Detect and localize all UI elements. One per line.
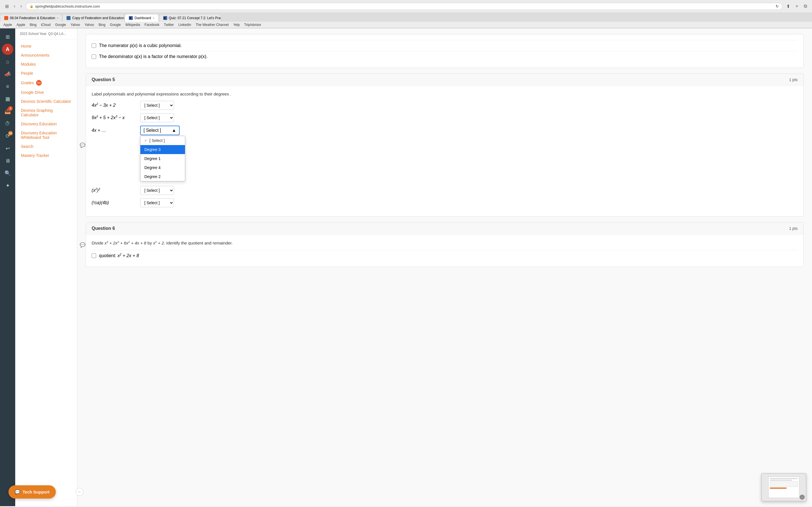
sidebar-item-home[interactable]: Home xyxy=(15,42,77,51)
bookmark-twitter[interactable]: Twitter xyxy=(164,23,174,27)
poly-select-5[interactable]: [ Select ] Degree 1 Degree 2 Degree 3 De… xyxy=(140,198,174,207)
poly-expr-5: (½a)(4b) xyxy=(92,200,137,205)
dropdown-label-degree2: Degree 2 xyxy=(144,174,161,179)
q4-checkbox-b-input[interactable] xyxy=(92,54,96,59)
history-icon-btn[interactable]: ⏱ xyxy=(2,118,13,129)
tab-close-3[interactable]: × xyxy=(153,17,154,20)
bookmark-yelp[interactable]: Yelp xyxy=(233,23,240,27)
bookmark-apple2[interactable]: Apple xyxy=(17,23,26,27)
reload-btn[interactable]: ↻ xyxy=(776,4,779,8)
comment-icon-q6[interactable]: 💬 xyxy=(80,242,86,247)
sidebar-item-discovery-whiteboard[interactable]: Discovery Education Whiteboard Tool xyxy=(15,128,77,142)
bookmark-bing1[interactable]: Bing xyxy=(30,23,36,27)
question6-title: Question 6 xyxy=(92,226,115,231)
bookmark-google2[interactable]: Google xyxy=(110,23,121,27)
bookmark-tripadvisor[interactable]: TripAdvisor xyxy=(244,23,261,27)
tab-federalism[interactable]: 08.04 Federalism & Education × xyxy=(0,14,62,22)
address-bar[interactable]: 🔒 springfieldpublicschools.instructure.c… xyxy=(26,3,782,10)
poly-select-2[interactable]: [ Select ] Degree 1 Degree 2 Degree 3 De… xyxy=(140,113,174,122)
monitor-icon-btn[interactable]: 🖥 xyxy=(2,155,13,166)
dropdown-item-degree1[interactable]: Degree 1 xyxy=(140,154,185,163)
sidebar: 2023 School Year: Q3-Q4 LA... Home Annou… xyxy=(15,29,77,506)
collapse-sidebar-btn[interactable]: ← xyxy=(75,488,84,496)
new-tab-btn[interactable]: + xyxy=(794,3,800,9)
windows-btn[interactable]: ⧉ xyxy=(802,3,809,9)
tab-label-3: Dashboard xyxy=(135,16,151,20)
tab-venn[interactable]: Copy of Federalism and Education Venn Di… xyxy=(62,14,124,22)
sidebar-item-desmos-sci[interactable]: Desmos Scientific Calculator xyxy=(15,97,77,106)
comment-icon-q5[interactable]: 💬 xyxy=(80,143,86,148)
home-icon-btn[interactable]: ⌂ xyxy=(2,56,13,67)
dropdown-item-degree3[interactable]: Degree 3 xyxy=(140,145,185,154)
calendar-icon-btn[interactable]: ▦ xyxy=(2,93,13,105)
browser-actions[interactable]: ⬆ + ⧉ xyxy=(784,3,809,10)
sidebar-item-google-drive[interactable]: Google Drive xyxy=(15,88,77,97)
question6-body: Divide x4 + 2x3 + 6x2 + 4x + 8 by x2 + 2… xyxy=(86,235,803,267)
poly-expr-2: 9x2 + 5 + 2x3 − x xyxy=(92,115,137,120)
sidebar-item-people[interactable]: People xyxy=(15,69,77,78)
bookmark-facebook[interactable]: Facebook xyxy=(145,23,160,27)
poly-select-4[interactable]: [ Select ] Degree 1 Degree 2 Degree 3 De… xyxy=(140,186,174,195)
sidebar-item-announcements[interactable]: Announcements xyxy=(15,51,77,60)
bookmark-linkedin[interactable]: LinkedIn xyxy=(179,23,191,27)
tab-close-1[interactable]: × xyxy=(57,17,59,20)
announce-icon-btn[interactable]: 📣 xyxy=(2,68,13,80)
dropdown-item-degree4[interactable]: Degree 4 xyxy=(140,163,185,172)
q6-checkbox-a-input[interactable] xyxy=(92,253,96,258)
sidebar-item-search[interactable]: Search xyxy=(15,142,77,151)
inbox-badge: 1 xyxy=(8,106,13,111)
sidebar-item-grades[interactable]: Grades 54 xyxy=(15,78,77,88)
bookmark-yahoo1[interactable]: Yahoo xyxy=(70,23,80,27)
forward-btn[interactable]: › xyxy=(18,3,23,9)
browser-controls[interactable]: ⊞ ‹ › xyxy=(3,3,24,10)
bookmark-apple1[interactable]: Apple xyxy=(3,23,12,27)
search-icon-btn[interactable]: 🔍 xyxy=(2,168,13,179)
bookmark-google1[interactable]: Google xyxy=(55,23,66,27)
star-icon-btn[interactable]: ✦ xyxy=(2,180,13,191)
thumbnail-content xyxy=(762,474,806,501)
poly-select-3-display[interactable]: [ Select ] ▲ xyxy=(140,126,180,135)
q6-checkbox-a-label: quotient: x2 + 2x + 8 xyxy=(99,253,139,258)
bookmark-wikipedia[interactable]: Wikipedia xyxy=(125,23,140,27)
sidebar-item-mastery[interactable]: Mastery Tracker xyxy=(15,151,77,160)
dropdown-label-degree3: Degree 3 xyxy=(144,147,161,152)
nav-icons-panel: ⊞ A ⌂ 📣 ≡ ▦ 📥 1 ⏱ ⟳ 10 ↩ 🖥 🔍 ✦ xyxy=(0,29,15,506)
tabs-bar: 08.04 Federalism & Education × Copy of F… xyxy=(0,12,812,22)
thumbnail-close-btn[interactable]: › xyxy=(800,495,805,500)
inbox-icon-btn[interactable]: 📥 1 xyxy=(2,106,13,117)
grid-icon-btn[interactable]: ⊞ xyxy=(2,31,13,43)
question6-card: 💬 Question 6 1 pts Divide x4 + 2x3 + 6x2… xyxy=(86,222,804,267)
collab-icon-btn[interactable]: ⟳ 10 xyxy=(2,130,13,142)
poly-expr-3: 4x + … xyxy=(92,128,137,133)
bookmark-yahoo2[interactable]: Yahoo xyxy=(85,23,94,27)
tab-favicon-1 xyxy=(4,16,8,20)
poly-dropdown-3: ✓ [ Select ] Degree 3 Degree 1 xyxy=(140,136,185,181)
sidebar-item-desmos-graph[interactable]: Desmos Graphing Calculator xyxy=(15,106,77,119)
sidebar-header: 2023 School Year: Q3-Q4 LA... xyxy=(15,29,77,40)
dropdown-label-degree1: Degree 1 xyxy=(144,156,161,161)
import-icon-btn[interactable]: ↩ xyxy=(2,143,13,154)
question4-card: The numerator p(x) is a cubic polynomial… xyxy=(86,34,804,68)
tab-dashboard[interactable]: ★ Dashboard × xyxy=(124,14,159,22)
back-btn[interactable]: ‹ xyxy=(12,3,17,9)
user-avatar-icon[interactable]: A xyxy=(2,44,13,55)
q4-checkbox-a-input[interactable] xyxy=(92,43,96,48)
tab-quiz[interactable]: ★ Quiz: 07.21 Concept 7.2: Let's Practic… xyxy=(159,14,221,22)
share-btn[interactable]: ⬆ xyxy=(784,3,792,10)
sidebar-toggle-btn[interactable]: ⊞ xyxy=(3,3,10,10)
poly-select-1[interactable]: [ Select ] Degree 1 Degree 2 Degree 3 De… xyxy=(140,101,174,110)
dropdown-item-degree2[interactable]: Degree 2 xyxy=(140,172,185,181)
question6-header: Question 6 1 pts xyxy=(86,223,803,235)
modules-icon-btn[interactable]: ≡ xyxy=(2,81,13,92)
sidebar-item-modules[interactable]: Modules xyxy=(15,60,77,69)
tech-support-button[interactable]: 💬 Tech Support xyxy=(8,485,56,499)
thumbnail-preview-inner xyxy=(768,476,799,498)
poly-select-3-arrow: ▲ xyxy=(172,128,176,133)
poly-select-3-value: [ Select ] xyxy=(144,128,161,133)
bookmark-bing2[interactable]: Bing xyxy=(99,23,105,27)
bookmarks-bar: Apple Apple Bing iCloud Google Yahoo Yah… xyxy=(0,22,812,28)
sidebar-item-discovery-edu[interactable]: Discovery Education xyxy=(15,119,77,128)
bookmark-icloud[interactable]: iCloud xyxy=(41,23,50,27)
dropdown-item-placeholder[interactable]: ✓ [ Select ] xyxy=(140,136,185,145)
bookmark-weather[interactable]: The Weather Channel xyxy=(196,23,229,27)
